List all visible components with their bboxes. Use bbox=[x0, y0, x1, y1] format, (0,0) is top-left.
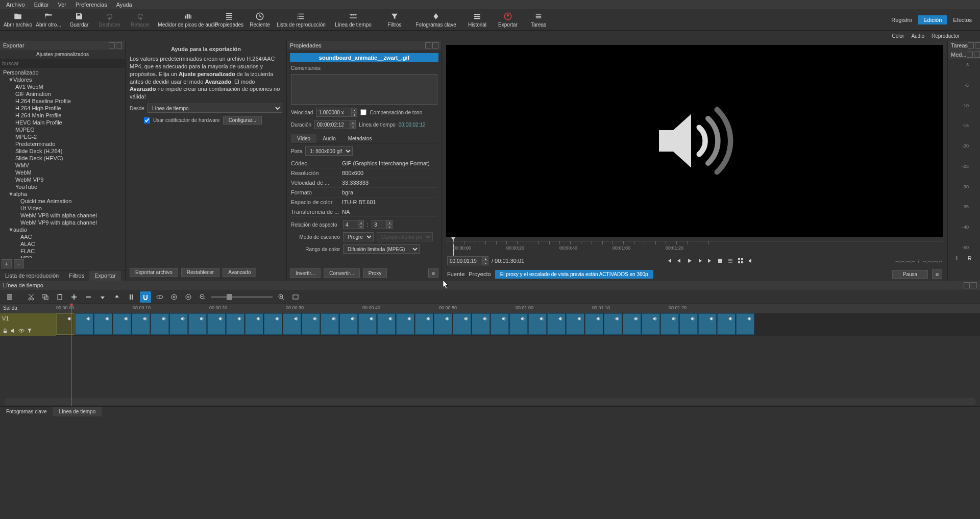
preset-item[interactable]: H.264 Main Profile bbox=[0, 112, 125, 119]
clip[interactable] bbox=[604, 313, 622, 335]
preset-item[interactable]: MPEG-2 bbox=[0, 133, 125, 140]
zoom-button[interactable] bbox=[726, 257, 735, 265]
zoom-out-button[interactable] bbox=[197, 291, 208, 303]
preset-item[interactable]: WebM VP8 with alpha channel bbox=[0, 212, 125, 219]
clip[interactable] bbox=[226, 313, 244, 335]
spin-down[interactable]: ▾ bbox=[351, 112, 357, 117]
overwrite-button[interactable] bbox=[111, 291, 122, 303]
source-tab[interactable]: Fuente bbox=[447, 271, 464, 277]
clip[interactable] bbox=[302, 313, 320, 335]
preset-item[interactable]: WebM VP9 bbox=[0, 176, 125, 183]
subtab-audio[interactable]: Audio bbox=[911, 33, 924, 39]
undo-button[interactable]: Deshacer bbox=[95, 10, 125, 30]
preview-menu-button[interactable]: ≡ bbox=[932, 269, 942, 279]
preset-item[interactable]: ALAC bbox=[0, 240, 125, 248]
clip[interactable] bbox=[434, 313, 452, 335]
peak-meter-button[interactable]: Medidor de picos de audio bbox=[162, 10, 213, 30]
clips-area[interactable] bbox=[56, 313, 980, 336]
track-header[interactable]: V1 bbox=[0, 313, 56, 336]
lift-button[interactable] bbox=[97, 291, 108, 303]
preset-item[interactable]: MJPEG bbox=[0, 126, 125, 133]
menu-file[interactable]: Archivo bbox=[2, 1, 29, 9]
props-tab-metadata[interactable]: Metadatos bbox=[342, 134, 378, 143]
preset-item[interactable]: FLAC bbox=[0, 248, 125, 255]
zoom-fit-button[interactable] bbox=[290, 291, 301, 303]
clip[interactable] bbox=[188, 313, 207, 335]
pitch-comp-checkbox[interactable] bbox=[360, 109, 366, 115]
clip[interactable] bbox=[283, 313, 301, 335]
aspect-h-input[interactable] bbox=[372, 220, 387, 229]
stop-button[interactable] bbox=[716, 257, 725, 265]
tab-registry[interactable]: Registro bbox=[886, 15, 917, 24]
clip[interactable] bbox=[245, 313, 263, 335]
clip[interactable] bbox=[453, 313, 471, 335]
clip[interactable] bbox=[94, 313, 112, 335]
invert-button[interactable]: Invertir... bbox=[290, 268, 321, 278]
preset-item[interactable]: AAC bbox=[0, 233, 125, 240]
clip[interactable] bbox=[528, 313, 547, 335]
export-file-button[interactable]: Exportar archivo bbox=[130, 268, 178, 277]
tab-editing[interactable]: Edición bbox=[918, 15, 947, 24]
export-button[interactable]: Exportar bbox=[493, 10, 523, 30]
advanced-button[interactable]: Avanzado bbox=[223, 268, 256, 277]
redo-button[interactable]: Rehacer bbox=[126, 10, 155, 30]
preset-item[interactable]: H.264 High Profile bbox=[0, 105, 125, 112]
footer-tab-timeline[interactable]: Línea de tiempo bbox=[53, 407, 102, 416]
clip[interactable] bbox=[509, 313, 528, 335]
timeline-button[interactable]: Línea de tiempo bbox=[328, 10, 379, 30]
close-icon[interactable] bbox=[432, 42, 438, 48]
timecode-input[interactable] bbox=[447, 256, 483, 265]
video-preview[interactable] bbox=[446, 45, 943, 237]
playlist-button[interactable]: Lista de reproducción bbox=[276, 10, 327, 30]
mute-icon[interactable] bbox=[10, 328, 16, 334]
filters-button[interactable]: Filtros bbox=[380, 10, 409, 30]
preset-item[interactable]: Slide Deck (HEVC) bbox=[0, 155, 125, 162]
clip[interactable] bbox=[642, 313, 660, 335]
clip[interactable] bbox=[566, 313, 584, 335]
clip[interactable] bbox=[717, 313, 736, 335]
preview-ruler[interactable]: 00:00:0000:00:2000:00:4000:01:0000:01:20 bbox=[446, 241, 943, 254]
clip[interactable] bbox=[415, 313, 433, 335]
clip[interactable] bbox=[547, 313, 566, 335]
copy-button[interactable] bbox=[40, 291, 51, 303]
remove-preset-button[interactable]: − bbox=[14, 259, 24, 268]
clip[interactable] bbox=[472, 313, 490, 335]
clip[interactable] bbox=[585, 313, 603, 335]
preset-item[interactable]: Quicktime Animation bbox=[0, 197, 125, 205]
clip[interactable] bbox=[321, 313, 339, 335]
clip[interactable] bbox=[736, 313, 754, 335]
save-button[interactable]: Guardar bbox=[64, 10, 94, 30]
preset-item[interactable]: WebM bbox=[0, 169, 125, 176]
scan-mode-select[interactable]: Progresiv bbox=[343, 232, 374, 241]
pause-button[interactable]: Pausa bbox=[892, 270, 928, 279]
clip[interactable] bbox=[151, 313, 169, 335]
timeline-playhead[interactable] bbox=[71, 304, 72, 406]
preset-item[interactable]: WMV bbox=[0, 162, 125, 169]
from-select[interactable]: Línea de tiempo bbox=[148, 104, 282, 113]
preset-search-input[interactable] bbox=[0, 59, 125, 68]
keyframes-button[interactable]: Fotogramas clave bbox=[410, 10, 461, 30]
lock-icon[interactable] bbox=[2, 328, 8, 334]
properties-button[interactable]: Propiedades bbox=[214, 10, 244, 30]
footer-tab-keyframes[interactable]: Fotogramas clave bbox=[0, 407, 53, 416]
preset-item[interactable]: H.264 Baseline Profile bbox=[0, 97, 125, 105]
props-tab-video[interactable]: Vídeo bbox=[291, 134, 316, 143]
clip[interactable] bbox=[698, 313, 717, 335]
preset-item[interactable]: Slide Deck (H.264) bbox=[0, 147, 125, 155]
preset-item[interactable]: AV1 WebM bbox=[0, 83, 125, 90]
tl-menu-button[interactable] bbox=[4, 291, 15, 303]
configure-button[interactable]: Configurar... bbox=[223, 116, 262, 125]
next-frame-button[interactable] bbox=[695, 257, 704, 265]
skip-end-button[interactable] bbox=[705, 257, 715, 265]
props-menu-button[interactable]: ≡ bbox=[428, 268, 438, 278]
preset-item[interactable]: GIF Animation bbox=[0, 90, 125, 97]
ripple-button[interactable] bbox=[168, 291, 180, 303]
clip[interactable] bbox=[75, 313, 93, 335]
subtab-player[interactable]: Reproductor bbox=[932, 33, 960, 39]
history-button[interactable]: Historial bbox=[462, 10, 492, 30]
open-other-button[interactable]: Abrir otro... bbox=[34, 10, 63, 30]
skip-start-button[interactable] bbox=[665, 257, 674, 265]
clip[interactable] bbox=[679, 313, 698, 335]
jobs-button[interactable]: Tareas bbox=[524, 10, 553, 30]
clip[interactable] bbox=[339, 313, 358, 335]
